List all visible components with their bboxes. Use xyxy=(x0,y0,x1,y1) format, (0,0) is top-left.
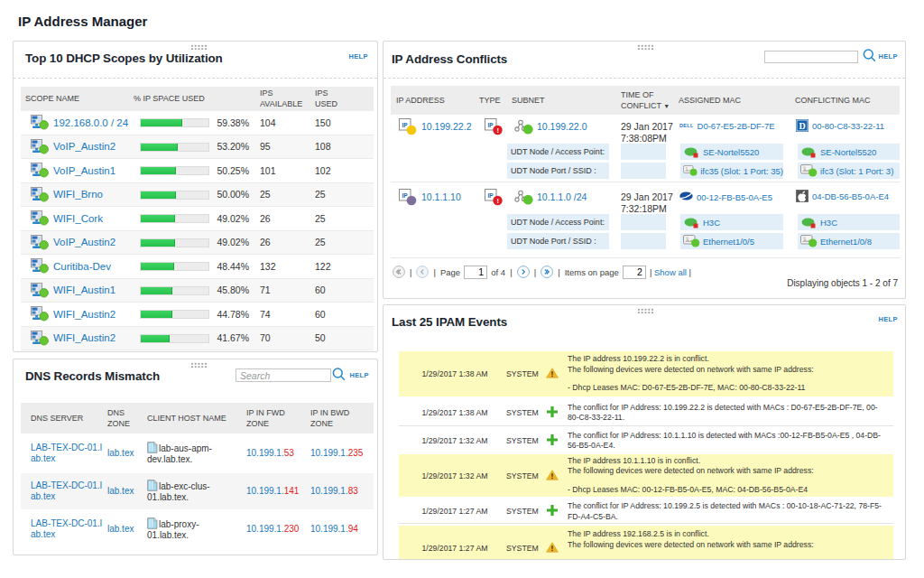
svg-text:IP: IP xyxy=(402,192,409,199)
svg-text:IP: IP xyxy=(402,122,409,128)
svg-text:!: ! xyxy=(496,197,499,205)
svg-text:IP: IP xyxy=(488,192,494,199)
svg-text:IP: IP xyxy=(488,122,494,128)
svg-text:D: D xyxy=(799,121,805,131)
svg-text:!: ! xyxy=(496,126,499,135)
